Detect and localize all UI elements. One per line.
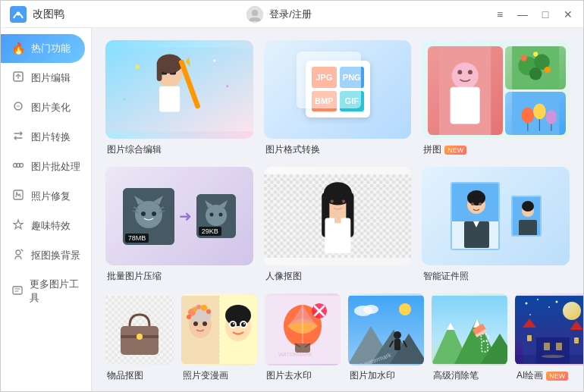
row2: 78MB ➜ xyxy=(105,167,570,283)
svg-point-78 xyxy=(467,190,485,205)
main-layout: 🔥 热门功能 图片编辑 图片美化 xyxy=(1,28,583,392)
maximize-button[interactable]: □ xyxy=(539,8,551,20)
sidebar-item-edit[interactable]: 图片编辑 xyxy=(1,63,91,93)
sidebar-label-edit: 图片编辑 xyxy=(31,71,71,85)
menu-button[interactable]: ≡ xyxy=(494,8,506,20)
svg-point-41 xyxy=(533,104,546,120)
thumb-ai-draw[interactable] xyxy=(515,293,583,365)
thumb-remove-watermark[interactable]: WATERMARK xyxy=(265,293,341,365)
fun-icon xyxy=(11,218,25,233)
close-button[interactable]: ✕ xyxy=(562,8,574,20)
svg-rect-92 xyxy=(121,326,159,355)
svg-rect-86 xyxy=(519,220,537,237)
card-portrait: 人像抠图 xyxy=(264,167,412,283)
row3: 物品抠图 xyxy=(105,293,570,382)
svg-point-133 xyxy=(399,303,411,315)
svg-point-166 xyxy=(542,355,564,358)
svg-point-51 xyxy=(152,212,156,216)
app-title: 改图鸭 xyxy=(33,8,64,21)
titlebar-center: 登录/注册 xyxy=(246,6,312,23)
svg-point-115 xyxy=(243,323,245,325)
svg-point-42 xyxy=(545,110,557,124)
minimize-button[interactable]: — xyxy=(516,8,529,20)
svg-rect-29 xyxy=(451,87,480,124)
sidebar-item-more[interactable]: 更多图片工具 xyxy=(1,270,91,312)
svg-rect-12 xyxy=(13,287,22,294)
sidebar-item-beauty[interactable]: 图片美化 xyxy=(1,93,91,122)
svg-rect-135 xyxy=(394,339,400,350)
titlebar: 改图鸭 登录/注册 ≡ — □ ✕ xyxy=(1,1,583,28)
thumb-compress[interactable]: 78MB ➜ xyxy=(105,167,253,265)
svg-point-72 xyxy=(342,199,345,202)
svg-point-28 xyxy=(452,62,479,89)
svg-point-40 xyxy=(521,108,534,124)
content-area: 图片综合编辑 JPG PNG BMP GIF xyxy=(92,28,583,392)
thumb-collage[interactable] xyxy=(422,40,570,139)
svg-point-109 xyxy=(225,305,251,326)
thumb-format-convert[interactable]: JPG PNG BMP GIF xyxy=(264,40,412,139)
login-button[interactable]: 登录/注册 xyxy=(269,8,312,21)
sidebar-item-hot[interactable]: 🔥 热门功能 xyxy=(1,34,85,63)
card-eraser: 高级消除笔 xyxy=(432,293,507,382)
repair-icon xyxy=(11,189,25,203)
svg-point-36 xyxy=(520,55,526,61)
sidebar-item-convert[interactable]: 图片转换 xyxy=(1,122,91,152)
sidebar-item-batch[interactable]: 图片批处理 xyxy=(1,152,91,181)
svg-point-101 xyxy=(193,307,197,312)
thumb-add-watermark[interactable]: © watermark xyxy=(348,293,424,365)
thumb-cartoon[interactable] xyxy=(181,293,257,365)
card-format-convert: JPG PNG BMP GIF 图片格式转换 xyxy=(264,40,412,156)
thumb-portrait[interactable] xyxy=(264,167,412,265)
svg-point-152 xyxy=(537,299,538,300)
label-comprehensive-edit: 图片综合编辑 xyxy=(105,143,253,156)
sidebar-item-fun[interactable]: 趣味特效 xyxy=(1,211,91,240)
sidebar: 🔥 热门功能 图片编辑 图片美化 xyxy=(1,28,92,392)
thumb-comprehensive-edit[interactable] xyxy=(105,40,253,139)
edit-icon xyxy=(11,71,25,85)
thumb-id-photo[interactable] xyxy=(422,167,570,265)
svg-point-155 xyxy=(548,306,550,308)
svg-point-31 xyxy=(468,70,473,74)
label-collage: 拼图 NEW xyxy=(422,143,570,156)
sidebar-label-repair: 照片修复 xyxy=(31,190,71,203)
label-portrait: 人像抠图 xyxy=(264,270,412,283)
user-avatar xyxy=(246,6,263,23)
svg-point-71 xyxy=(330,199,333,202)
svg-point-153 xyxy=(556,300,558,303)
svg-point-81 xyxy=(471,202,474,205)
svg-point-150 xyxy=(563,302,581,320)
svg-point-50 xyxy=(141,212,146,216)
svg-point-38 xyxy=(533,52,538,56)
svg-point-37 xyxy=(544,67,550,73)
titlebar-controls: ≡ — □ ✕ xyxy=(494,8,574,20)
svg-point-47 xyxy=(135,201,162,228)
card-cartoon: 照片变漫画 xyxy=(181,293,257,382)
svg-point-30 xyxy=(458,70,463,74)
label-add-watermark: 图片加水印 xyxy=(348,369,424,382)
card-remove-watermark: WATERMARK 图片去水印 xyxy=(265,293,341,382)
label-product: 物品抠图 xyxy=(105,369,174,382)
thumb-eraser[interactable] xyxy=(432,293,507,365)
collage-badge: NEW xyxy=(444,146,466,155)
card-product-matting: 物品抠图 xyxy=(105,293,174,382)
label-ai-draw: AI绘画 NEW xyxy=(515,369,583,382)
svg-point-25 xyxy=(226,85,228,87)
label-format-convert: 图片格式转换 xyxy=(264,143,412,156)
svg-point-94 xyxy=(137,334,143,340)
sidebar-label-batch: 图片批处理 xyxy=(31,160,80,174)
matting-icon xyxy=(11,248,25,262)
card-collage: 拼图 NEW xyxy=(422,40,570,156)
card-compress: 78MB ➜ xyxy=(105,167,253,283)
sidebar-item-matting[interactable]: 抠图换背景 xyxy=(1,240,91,270)
thumb-product[interactable] xyxy=(105,293,174,365)
svg-point-61 xyxy=(218,213,222,217)
svg-point-154 xyxy=(529,314,531,315)
svg-point-23 xyxy=(136,65,140,69)
sidebar-item-repair[interactable]: 照片修复 xyxy=(1,181,91,211)
svg-rect-20 xyxy=(159,86,180,112)
sidebar-label-fun: 趣味特效 xyxy=(31,219,71,233)
svg-text:WATERMARK: WATERMARK xyxy=(278,352,312,357)
svg-point-60 xyxy=(209,213,213,217)
label-remove-watermark: 图片去水印 xyxy=(265,369,341,382)
svg-point-134 xyxy=(394,331,401,339)
